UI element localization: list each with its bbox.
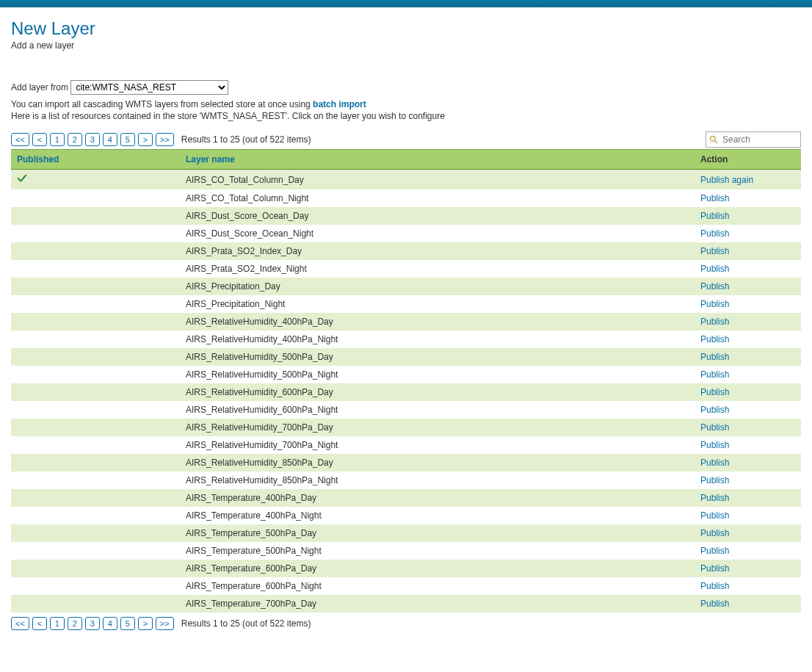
pager-page-3[interactable]: 3 <box>85 133 100 146</box>
publish-link[interactable]: Publish <box>700 581 729 591</box>
publish-link[interactable]: Publish <box>700 228 729 239</box>
publish-link[interactable]: Publish <box>700 563 729 574</box>
publish-link[interactable]: Publish <box>700 369 729 380</box>
publish-link[interactable]: Publish <box>700 334 729 344</box>
publish-link[interactable]: Publish <box>700 246 729 256</box>
table-row: AIRS_RelativeHumidity_850hPa_DayPublish <box>11 454 801 472</box>
cell-action: Publish <box>695 330 801 348</box>
cell-action: Publish <box>695 507 801 524</box>
cell-layer-name: AIRS_RelativeHumidity_400hPa_Day <box>180 313 695 330</box>
cell-layer-name: AIRS_Temperature_400hPa_Night <box>180 507 695 524</box>
pager-page-4[interactable]: 4 <box>103 617 117 630</box>
pager-page-5[interactable]: 5 <box>120 617 135 630</box>
results-summary: Results 1 to 25 (out of 522 items) <box>181 618 311 629</box>
cell-action: Publish <box>695 260 801 278</box>
batch-import-link[interactable]: batch import <box>313 99 366 109</box>
publish-link[interactable]: Publish <box>700 510 729 521</box>
cell-published <box>11 295 180 313</box>
publish-link[interactable]: Publish <box>700 193 729 203</box>
cell-action: Publish <box>695 295 801 313</box>
cell-layer-name: AIRS_Temperature_700hPa_Day <box>180 595 695 613</box>
pager-page-1[interactable]: 1 <box>50 617 65 630</box>
cell-action: Publish <box>695 207 801 225</box>
cell-layer-name: AIRS_Temperature_600hPa_Night <box>180 577 695 595</box>
table-row: AIRS_RelativeHumidity_400hPa_DayPublish <box>11 313 801 330</box>
publish-link[interactable]: Publish <box>700 405 729 415</box>
cell-action: Publish <box>695 419 801 436</box>
search-input[interactable] <box>706 131 801 148</box>
cell-action: Publish <box>695 313 801 330</box>
cell-layer-name: AIRS_Dust_Score_Ocean_Night <box>180 225 695 242</box>
table-row: AIRS_RelativeHumidity_400hPa_NightPublis… <box>11 330 801 348</box>
publish-link[interactable]: Publish <box>700 458 729 468</box>
table-row: AIRS_Temperature_500hPa_DayPublish <box>11 524 801 542</box>
table-row: AIRS_Precipitation_NightPublish <box>11 295 801 313</box>
cell-layer-name: AIRS_RelativeHumidity_850hPa_Day <box>180 454 695 472</box>
pager-page-1[interactable]: 1 <box>50 133 65 146</box>
cell-published <box>11 313 180 330</box>
batch-import-prefix: You can import all cascading WMTS layers… <box>11 99 313 109</box>
publish-link[interactable]: Publish <box>700 281 729 292</box>
table-row: AIRS_Prata_SO2_Index_DayPublish <box>11 242 801 260</box>
publish-link[interactable]: Publish <box>700 299 729 309</box>
cell-layer-name: AIRS_RelativeHumidity_600hPa_Night <box>180 401 695 419</box>
publish-link[interactable]: Publish <box>700 546 729 556</box>
cell-layer-name: AIRS_RelativeHumidity_500hPa_Day <box>180 348 695 366</box>
add-from-row: Add layer from cite:WMTS_NASA_REST <box>11 80 801 95</box>
pager-next[interactable]: > <box>138 133 153 146</box>
cell-layer-name: AIRS_Prata_SO2_Index_Night <box>180 260 695 278</box>
table-header-row: Published Layer name Action <box>11 150 801 170</box>
page-content: New Layer Add a new layer Add layer from… <box>0 7 812 637</box>
pager-page-4[interactable]: 4 <box>103 133 117 146</box>
cell-published <box>11 436 180 454</box>
publish-link[interactable]: Publish <box>700 422 729 433</box>
cell-published <box>11 207 180 225</box>
cell-published <box>11 524 180 542</box>
col-header-layer-name[interactable]: Layer name <box>180 150 695 170</box>
store-select[interactable]: cite:WMTS_NASA_REST <box>70 80 228 95</box>
cell-layer-name: AIRS_CO_Total_Column_Day <box>180 170 695 190</box>
publish-link[interactable]: Publish <box>700 264 729 274</box>
cell-action: Publish <box>695 242 801 260</box>
cell-layer-name: AIRS_RelativeHumidity_700hPa_Day <box>180 419 695 436</box>
cell-published <box>11 542 180 560</box>
search-wrap <box>706 131 801 148</box>
pager-page-2[interactable]: 2 <box>68 617 82 630</box>
pager-page-3[interactable]: 3 <box>85 617 100 630</box>
table-row: AIRS_Temperature_500hPa_NightPublish <box>11 542 801 560</box>
publish-link[interactable]: Publish <box>700 528 729 538</box>
table-row: AIRS_RelativeHumidity_500hPa_DayPublish <box>11 348 801 366</box>
cell-published <box>11 507 180 524</box>
publish-link[interactable]: Publish <box>700 317 729 327</box>
publish-link[interactable]: Publish <box>700 440 729 450</box>
pager-first[interactable]: << <box>11 617 29 630</box>
cell-layer-name: AIRS_Prata_SO2_Index_Day <box>180 242 695 260</box>
cell-action: Publish <box>695 560 801 577</box>
col-header-published[interactable]: Published <box>11 150 180 170</box>
table-row: AIRS_Precipitation_DayPublish <box>11 278 801 295</box>
pager-next[interactable]: > <box>138 617 153 630</box>
cell-layer-name: AIRS_Temperature_500hPa_Night <box>180 542 695 560</box>
batch-import-line: You can import all cascading WMTS layers… <box>11 99 801 109</box>
publish-link[interactable]: Publish <box>700 211 729 221</box>
publish-again-link[interactable]: Publish again <box>700 175 753 185</box>
publish-link[interactable]: Publish <box>700 599 729 609</box>
pager-prev[interactable]: < <box>32 617 47 630</box>
pager-top: << < 1 2 3 4 5 > >> Results 1 to 25 (out… <box>11 131 801 148</box>
store-description-line: Here is a list of resources contained in… <box>11 111 801 121</box>
cell-action: Publish <box>695 383 801 401</box>
pager-page-5[interactable]: 5 <box>120 133 135 146</box>
page-title: New Layer <box>11 18 801 39</box>
pager-first[interactable]: << <box>11 133 29 146</box>
table-row: AIRS_Temperature_700hPa_DayPublish <box>11 595 801 613</box>
publish-link[interactable]: Publish <box>700 475 729 485</box>
table-row: AIRS_RelativeHumidity_700hPa_NightPublis… <box>11 436 801 454</box>
page-subtitle: Add a new layer <box>11 40 801 51</box>
publish-link[interactable]: Publish <box>700 387 729 397</box>
pager-prev[interactable]: < <box>32 133 47 146</box>
pager-page-2[interactable]: 2 <box>68 133 82 146</box>
publish-link[interactable]: Publish <box>700 493 729 503</box>
pager-last[interactable]: >> <box>156 133 174 146</box>
pager-last[interactable]: >> <box>156 617 174 630</box>
publish-link[interactable]: Publish <box>700 352 729 362</box>
